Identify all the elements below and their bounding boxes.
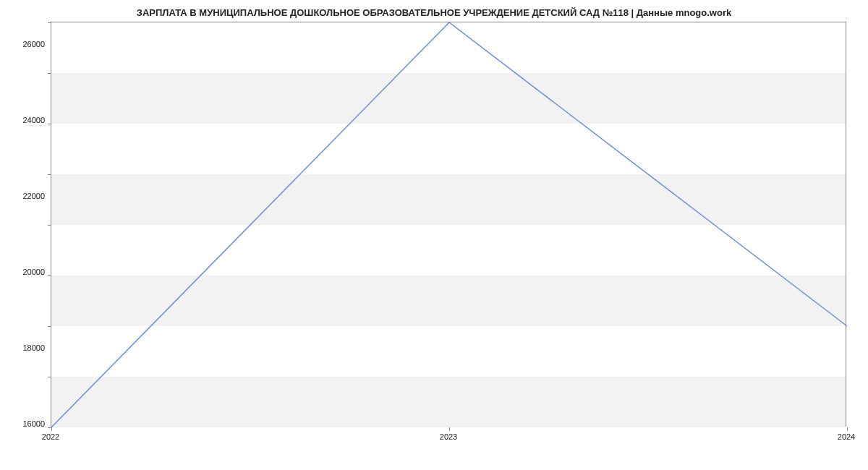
x-tick-label: 2024	[838, 432, 855, 441]
x-tick-label: 2023	[440, 432, 457, 441]
x-tick-label: 2022	[42, 432, 59, 441]
chart-title: ЗАРПЛАТА В МУНИЦИПАЛЬНОЕ ДОШКОЛЬНОЕ ОБРА…	[0, 7, 868, 18]
chart-area: 1600018000200002200024000260002800030000…	[51, 22, 846, 441]
plot-area	[51, 22, 846, 427]
line-series	[51, 22, 847, 427]
x-tick-mark	[847, 427, 848, 431]
x-tick-mark	[51, 427, 52, 431]
x-tick-mark	[449, 427, 450, 431]
y-tick-label: 16000	[1, 419, 45, 434]
y-tick-label: 32000	[1, 0, 45, 231]
